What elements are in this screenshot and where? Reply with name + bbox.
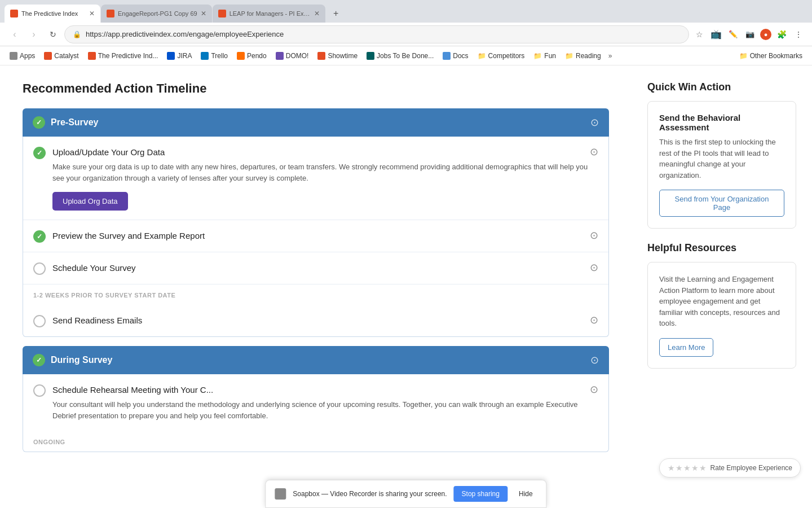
during-survey-check-icon: ✓ [33,354,45,366]
soapbox-icon [275,488,286,500]
page-title: Recommended Action Timeline [23,81,609,96]
hide-button[interactable]: Hide [514,488,537,500]
tab-engage-report[interactable]: EngageReport-PG1 Copy 69 ✕ [101,5,212,23]
pre-survey-check-icon: ✓ [33,116,45,129]
bookmark-jira[interactable]: JIRA [163,50,196,62]
bookmark-apps[interactable]: Apps [6,50,39,62]
menu-button[interactable]: ⋮ [792,28,805,41]
upload-check-icon: ✓ [33,147,46,159]
stop-sharing-button[interactable]: Stop sharing [454,486,508,502]
browser-toolbar: ‹ › ↻ 🔒 https://app.predictiveindex.com/… [0,23,812,46]
during-survey-body: Schedule Rehearsal Meeting with Your C..… [23,374,609,452]
bookmark-catalyst[interactable]: Catalyst [40,50,82,62]
quick-win-card: Send the Behavioral Assessment This is t… [647,101,796,229]
rehearsal-chevron[interactable]: ⊙ [590,383,598,396]
address-bar[interactable]: 🔒 https://app.predictiveindex.com/engage… [64,25,689,43]
schedule-check-icon [33,262,46,275]
readiness-chevron[interactable]: ⊙ [590,314,598,326]
camera-icon[interactable]: 📷 [743,28,757,41]
helpful-resources-card: Visit the Learning and Engagement Action… [647,262,796,369]
rate-label: Rate Employee Experience [710,464,792,472]
tab-close-2[interactable]: ✕ [201,10,206,17]
schedule-action-item: Schedule Your Survey ⊙ [23,252,608,284]
screen-share-message: Soapbox — Video Recorder is sharing your… [293,490,447,498]
rehearsal-check-icon [33,384,46,397]
bookmark-domo[interactable]: DOMO! [272,50,313,62]
upload-action-item: ✓ Upload/Update Your Org Data ⊙ Make sur… [23,137,608,220]
readiness-action-item: Send Readiness Emails ⊙ [23,305,608,336]
helpful-resources-title: Helpful Resources [647,242,796,254]
schedule-chevron[interactable]: ⊙ [590,261,598,274]
tab-predictive-index[interactable]: The Predictive Index ✕ [5,5,100,23]
pre-survey-header[interactable]: ✓ Pre-Survey ⊙ [23,108,609,137]
new-tab-button[interactable]: + [328,6,344,21]
pre-survey-chevron[interactable]: ⊙ [590,116,599,129]
main-content: Recommended Action Timeline ✓ Pre-Survey… [0,65,632,508]
other-bookmarks[interactable]: 📁 Other Bookmarks [735,50,806,62]
forward-button[interactable]: › [26,27,42,42]
browser-tabs-bar: The Predictive Index ✕ EngageReport-PG1 … [0,0,812,23]
bookmark-star[interactable]: ☆ [692,28,706,41]
during-survey-section: ✓ During Survey ⊙ Schedule Rehearsal Mee… [23,346,609,452]
preview-check-icon: ✓ [33,230,46,243]
profile-icon[interactable]: ● [760,29,771,40]
tab-leap[interactable]: LEAP for Managers - PI Explo... ✕ [213,5,325,23]
bookmark-fun[interactable]: 📁 Fun [529,50,560,62]
rate-employee-experience-button[interactable]: ★★★★★ Rate Employee Experience [659,458,801,478]
rate-stars: ★★★★★ [668,463,707,472]
bookmark-showtime[interactable]: Showtime [314,50,361,62]
bookmark-docs[interactable]: Docs [439,50,472,62]
upload-chevron-up[interactable]: ⊙ [590,146,598,158]
bookmark-trello[interactable]: Trello [197,50,232,62]
upload-org-data-button[interactable]: Upload Org Data [52,192,128,211]
page-content: Recommended Action Timeline ✓ Pre-Survey… [0,65,812,508]
during-survey-divider: ONGOING [23,431,608,452]
bookmarks-more[interactable]: » [606,50,615,62]
bookmark-competitors[interactable]: 📁 Competitors [474,50,529,62]
reload-button[interactable]: ↻ [45,27,61,42]
screen-cast-icon[interactable]: 📺 [709,28,723,41]
pre-survey-title: Pre-Survey [51,117,99,128]
tab-close-3[interactable]: ✕ [314,10,320,17]
during-survey-chevron[interactable]: ⊙ [590,354,599,366]
helpful-resources-description: Visit the Learning and Engagement Action… [659,274,784,329]
learn-more-button[interactable]: Learn More [659,338,713,357]
readiness-title: Send Readiness Emails [52,316,142,325]
browser-chrome: The Predictive Index ✕ EngageReport-PG1 … [0,0,812,65]
pre-survey-section: ✓ Pre-Survey ⊙ ✓ Upload/Update Your Org … [23,108,609,337]
bookmark-pi[interactable]: The Predictive Ind... [84,50,162,62]
pre-survey-divider: 1-2 WEEKS PRIOR TO SURVEY START DATE [23,284,608,305]
right-panel: Quick Win Action Send the Behavioral Ass… [632,65,812,508]
upload-description: Make sure your org data is up to date wi… [52,161,598,184]
bookmark-reading[interactable]: 📁 Reading [561,50,605,62]
quick-win-card-description: This is the first step to unlocking the … [659,137,784,181]
readiness-check-icon [33,315,46,327]
during-survey-header[interactable]: ✓ During Survey ⊙ [23,346,609,374]
back-button[interactable]: ‹ [7,27,23,42]
bookmark-pendo[interactable]: Pendo [233,50,271,62]
edit-icon[interactable]: ✏️ [726,28,740,41]
rehearsal-title: Schedule Rehearsal Meeting with Your C..… [52,385,213,395]
bookmarks-bar: Apps Catalyst The Predictive Ind... JIRA… [0,46,812,65]
rehearsal-description: Your consultant will help you understand… [52,399,598,422]
schedule-title: Schedule Your Survey [52,263,136,273]
screen-share-bar: Soapbox — Video Recorder is sharing your… [265,480,546,508]
during-survey-title: During Survey [51,355,112,365]
preview-action-item: ✓ Preview the Survey and Example Report … [23,220,608,252]
pre-survey-body: ✓ Upload/Update Your Org Data ⊙ Make sur… [23,137,609,337]
bookmark-jobs[interactable]: Jobs To Be Done... [363,50,438,62]
extension-icon[interactable]: 🧩 [775,28,788,41]
quick-win-card-title: Send the Behavioral Assessment [659,113,784,132]
send-from-org-button[interactable]: Send from Your Organization Page [659,190,784,217]
preview-chevron[interactable]: ⊙ [590,229,598,242]
upload-title: Upload/Update Your Org Data [52,147,165,157]
rehearsal-action-item: Schedule Rehearsal Meeting with Your C..… [23,374,608,431]
url-text: https://app.predictiveindex.com/engage/e… [86,30,284,38]
tab-close-1[interactable]: ✕ [89,10,95,17]
quick-win-title: Quick Win Action [647,81,796,93]
preview-title: Preview the Survey and Example Report [52,231,205,240]
